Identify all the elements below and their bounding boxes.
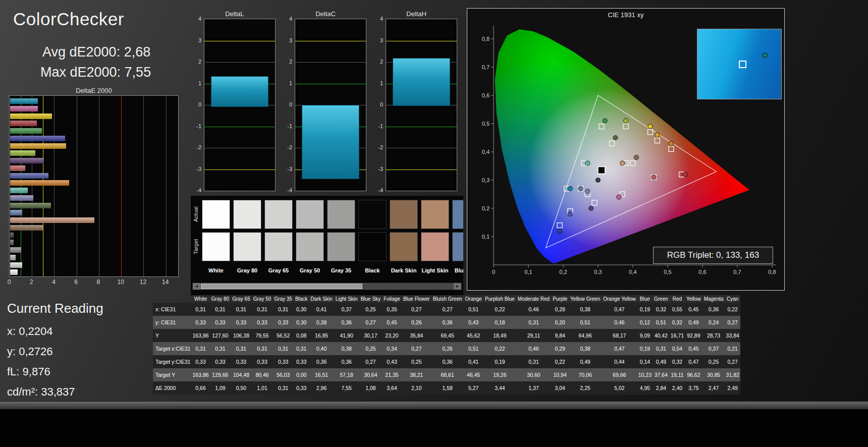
patch-label: Gray 80 — [233, 267, 261, 273]
y-tick-label: -2 — [191, 144, 201, 150]
yellow-ref-line — [295, 41, 366, 41]
max-de2000-readout: Max dE2000: 7,55 — [40, 65, 151, 80]
table-cell: 0,36 — [431, 355, 464, 368]
svg-text:0,6: 0,6 — [482, 92, 490, 98]
table-cell: 1,01 — [252, 381, 273, 395]
page-title: ColorChecker — [13, 9, 124, 29]
table-cell: 10,23 — [637, 368, 653, 381]
scroll-left-button[interactable]: ◄ — [193, 283, 200, 290]
deltah-chart: DeltaH43210-1-2-3-4 — [373, 10, 459, 196]
table-cell: 2,47 — [702, 381, 725, 395]
table-cell: 31,82 — [725, 368, 740, 381]
deltac-bar — [302, 105, 359, 179]
table-cell: 0,54 — [670, 342, 685, 355]
patch-target-dark-skin — [390, 232, 418, 261]
green-ref-line — [386, 127, 457, 127]
y-tick-label: -3 — [191, 166, 201, 172]
delta-lch-charts: DeltaL43210-1-2-3-4DeltaC43210-1-2-3-4De… — [192, 10, 467, 196]
table-cell: 0,26 — [402, 316, 431, 329]
table-cell: 0,38 — [334, 342, 359, 355]
col-header-green: Green — [653, 295, 670, 303]
deltae-bar-cyan — [10, 98, 38, 104]
table-cell: 0,47 — [685, 355, 702, 368]
table-cell: 0,33 — [252, 316, 273, 329]
col-header-dark-skin: Dark Skin — [309, 295, 334, 303]
deltae-bar-blue-flower — [10, 195, 33, 201]
table-cell: 0,33 — [231, 355, 252, 368]
col-header-orange-yellow: Orange Yellow — [602, 295, 637, 303]
col-header-cyan: Cyan — [725, 295, 740, 303]
bottom-scroll-strip[interactable] — [0, 401, 868, 409]
table-row-target-x-cie31: Target x:CIE310,310,310,310,310,310,310,… — [153, 342, 740, 355]
svg-text:0,4: 0,4 — [629, 269, 636, 275]
inset-target-marker — [739, 61, 746, 68]
patch-target-gray-50 — [296, 232, 324, 261]
y-tick-label: 0 — [282, 101, 292, 107]
green-ref-line — [204, 127, 275, 127]
table-cell: 0,22 — [483, 303, 516, 316]
table-cell: 0,33 — [210, 355, 231, 368]
table-cell: 0,22 — [551, 355, 569, 368]
gridline — [295, 62, 366, 63]
table-cell: 0,27 — [359, 355, 382, 368]
deltae-bar-gray-65 — [10, 255, 16, 260]
table-cell: 68,17 — [602, 329, 637, 342]
row-label: Y — [153, 329, 191, 342]
table-cell: 0,50 — [231, 381, 252, 395]
svg-text:0,4: 0,4 — [482, 149, 490, 155]
deltae-bar-yellow — [10, 114, 52, 119]
inset-measured-marker — [762, 52, 768, 58]
table-cell: 41,90 — [334, 329, 359, 342]
table-cell: 80,46 — [252, 368, 273, 381]
y-tick-label: 0 — [191, 101, 201, 107]
x-tick-label: 8 — [92, 278, 105, 286]
table-cell: 0,31 — [516, 316, 551, 329]
svg-text:0,7: 0,7 — [482, 64, 490, 70]
table-cell: 2,40 — [670, 381, 685, 395]
table-cell: 96,62 — [685, 368, 702, 381]
table-cell: 57,18 — [334, 368, 359, 381]
patch-scrollbar[interactable]: ◄► — [192, 283, 462, 290]
col-header-white: White — [191, 295, 209, 303]
col-header-light-skin: Light Skin — [334, 295, 359, 303]
y-tick-label: -4 — [373, 187, 383, 193]
gridline — [166, 96, 167, 276]
table-cell: 30,60 — [516, 368, 551, 381]
deltah-title: DeltaH — [373, 10, 459, 18]
svg-text:0,2: 0,2 — [482, 205, 490, 211]
table-cell: 0,45 — [685, 342, 702, 355]
table-cell: 0,31 — [191, 342, 209, 355]
table-cell: 0,27 — [402, 342, 431, 355]
table-cell: 0,14 — [637, 355, 653, 368]
measured-point-blue-sky — [578, 186, 583, 191]
deltae-plot-area — [9, 95, 179, 277]
table-cell: 30,85 — [702, 368, 725, 381]
gridline — [204, 148, 275, 148]
patch-target-gray-35 — [327, 232, 355, 261]
measured-point-green — [603, 119, 607, 123]
patch-label: Dark Skin — [390, 267, 418, 273]
table-cell: 0,26 — [431, 342, 464, 355]
table-cell: 23,20 — [382, 329, 402, 342]
measurement-table: WhiteGray 80Gray 65Gray 50Gray 35BlackDa… — [153, 295, 726, 395]
col-header-yellow-green: Yellow Green — [569, 295, 602, 303]
table-head: WhiteGray 80Gray 65Gray 50Gray 35BlackDa… — [153, 295, 740, 303]
scroll-right-button[interactable]: ► — [454, 283, 461, 290]
table-cell: 2,96 — [309, 381, 334, 395]
col-header-magenta: Magenta — [702, 295, 725, 303]
measured-point-blue — [558, 229, 562, 233]
y-tick-label: 4 — [373, 16, 383, 22]
table-cell: 0,21 — [725, 342, 740, 355]
table-cell: 35,84 — [402, 329, 431, 342]
deltae-bar-purple — [10, 158, 44, 163]
scrollbar-thumb[interactable] — [201, 284, 362, 289]
table-cell: 3,04 — [551, 381, 569, 395]
gridline — [204, 62, 275, 63]
measured-point-cyan — [568, 186, 572, 191]
svg-text:0,8: 0,8 — [768, 269, 776, 275]
y-tick-label: 1 — [282, 80, 292, 86]
table-cell: 127,60 — [210, 329, 231, 342]
deltae-chart-title: DeltaE 2000 — [6, 87, 182, 94]
table-cell: 28,73 — [702, 329, 725, 342]
table-cell: 0,41 — [464, 355, 483, 368]
